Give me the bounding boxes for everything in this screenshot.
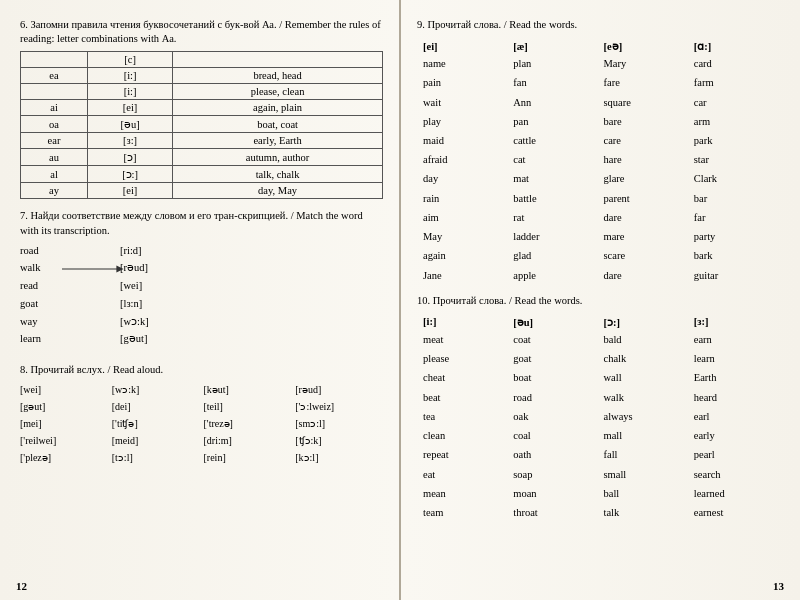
table-cell: mare xyxy=(600,228,688,245)
table-cell: pan xyxy=(509,113,597,130)
table-cell: day xyxy=(419,170,507,187)
table-cell: afraid xyxy=(419,151,507,168)
table-cell: play xyxy=(419,113,507,130)
column-header: [eə] xyxy=(600,39,688,53)
read-aloud-item: [ʧɔ:k] xyxy=(295,433,383,449)
table-cell: wait xyxy=(419,94,507,111)
section-9: 9. Прочитай слова. / Read the words. [ei… xyxy=(417,18,780,286)
table-cell: learned xyxy=(690,485,778,502)
table-row: waitAnnsquarecar xyxy=(419,94,778,111)
read-aloud-item: ['ɔ:lweiz] xyxy=(295,399,383,415)
table-cell: parent xyxy=(600,190,688,207)
table-cell: guitar xyxy=(690,267,778,284)
table-cell: far xyxy=(690,209,778,226)
table-cell: early xyxy=(690,427,778,444)
table-cell: party xyxy=(690,228,778,245)
table-cell: ladder xyxy=(509,228,597,245)
column-header: [ɔ:] xyxy=(600,315,688,329)
table-cell: glad xyxy=(509,247,597,264)
section-8-title: 8. Прочитай вслух. / Read aloud. xyxy=(20,363,383,377)
read-aloud-item: ['tiʧə] xyxy=(112,416,200,432)
read-aloud-item: [mei] xyxy=(20,416,108,432)
table-cell: always xyxy=(600,408,688,425)
table-cell: bark xyxy=(690,247,778,264)
table-cell: mat xyxy=(509,170,597,187)
table-row: afraidcatharestar xyxy=(419,151,778,168)
table-cell: arm xyxy=(690,113,778,130)
table-cell: aim xyxy=(419,209,507,226)
match-word: goat xyxy=(20,296,72,312)
table-cell: star xyxy=(690,151,778,168)
table-cell: learn xyxy=(690,350,778,367)
table-row: al[ɔ:]talk, chalk xyxy=(21,166,383,183)
table-row: beatroadwalkheard xyxy=(419,389,778,406)
read-aloud-item: [dei] xyxy=(112,399,200,415)
table-cell: cat xyxy=(509,151,597,168)
table-row: ea[i:]bread, head xyxy=(21,68,383,84)
table-row: cheatboatwallEarth xyxy=(419,369,778,386)
book-spread: 6. Запомни правила чтения буквосочетаний… xyxy=(0,0,800,600)
read-aloud-item: [wei] xyxy=(20,382,108,398)
column-header: [з:] xyxy=(690,315,778,329)
column-header: [ɑ:] xyxy=(690,39,778,53)
section-10-title: 10. Прочитай слова. / Read the words. xyxy=(417,294,780,308)
match-word: way xyxy=(20,314,72,330)
table-cell: bare xyxy=(600,113,688,130)
table-cell: goat xyxy=(509,350,597,367)
table-row: oa[əu]boat, coat xyxy=(21,116,383,133)
table-cell: mean xyxy=(419,485,507,502)
read-aloud-item: ['reilwei] xyxy=(20,433,108,449)
table-cell: search xyxy=(690,466,778,483)
table-cell: bald xyxy=(600,331,688,348)
read-aloud-item: [smɔ:l] xyxy=(295,416,383,432)
read-aloud-item: ['trezə] xyxy=(204,416,292,432)
table-cell: clean xyxy=(419,427,507,444)
table-row: ai[ei]again, plain xyxy=(21,100,383,116)
page-number-left: 12 xyxy=(16,580,27,592)
section-7: 7. Найди соответствие между словом и его… xyxy=(20,209,383,352)
table-cell: meat xyxy=(419,331,507,348)
table-row: aimratdarefar xyxy=(419,209,778,226)
match-transcription: [gəut] xyxy=(120,331,149,347)
table-cell: square xyxy=(600,94,688,111)
table-cell: pain xyxy=(419,74,507,91)
table-cell: Jane xyxy=(419,267,507,284)
table-row: playpanbarearm xyxy=(419,113,778,130)
table-cell: dare xyxy=(600,209,688,226)
table-cell: moan xyxy=(509,485,597,502)
table-cell: earn xyxy=(690,331,778,348)
table-cell: fall xyxy=(600,446,688,463)
table-cell: earnest xyxy=(690,504,778,521)
table-cell: mall xyxy=(600,427,688,444)
match-words: roadwalkreadgoatwaylearn xyxy=(20,243,72,353)
table-cell: tea xyxy=(419,408,507,425)
table-row: maidcattlecarepark xyxy=(419,132,778,149)
table-row: ay[ei]day, May xyxy=(21,183,383,199)
match-word: walk xyxy=(20,260,72,276)
page-number-right: 13 xyxy=(773,580,784,592)
table-cell: rat xyxy=(509,209,597,226)
table-cell: small xyxy=(600,466,688,483)
table-cell: beat xyxy=(419,389,507,406)
read-aloud-item: ['plezə] xyxy=(20,450,108,466)
table-cell: repeat xyxy=(419,446,507,463)
section-10: 10. Прочитай слова. / Read the words. [i… xyxy=(417,294,780,523)
table-cell: cattle xyxy=(509,132,597,149)
table-cell: coal xyxy=(509,427,597,444)
table-cell: road xyxy=(509,389,597,406)
table-row: au[ɔ]autumn, author xyxy=(21,149,383,166)
table-cell: care xyxy=(600,132,688,149)
match-word: read xyxy=(20,278,72,294)
table-cell: dare xyxy=(600,267,688,284)
table-row: rainbattleparentbar xyxy=(419,190,778,207)
word-table-9: [ei][æ][eə][ɑ:] nameplanMarycardpainfanf… xyxy=(417,37,780,286)
section-7-title: 7. Найди соответствие между словом и его… xyxy=(20,209,383,237)
table-cell: maid xyxy=(419,132,507,149)
match-transcription: [ri:d] xyxy=(120,243,149,259)
table-cell: ball xyxy=(600,485,688,502)
table-cell: eat xyxy=(419,466,507,483)
table-cell: wall xyxy=(600,369,688,386)
table-row: daymatglareClark xyxy=(419,170,778,187)
table-6: [c] ea[i:]bread, head[i:]please, cleanai… xyxy=(20,51,383,199)
table-cell: farm xyxy=(690,74,778,91)
